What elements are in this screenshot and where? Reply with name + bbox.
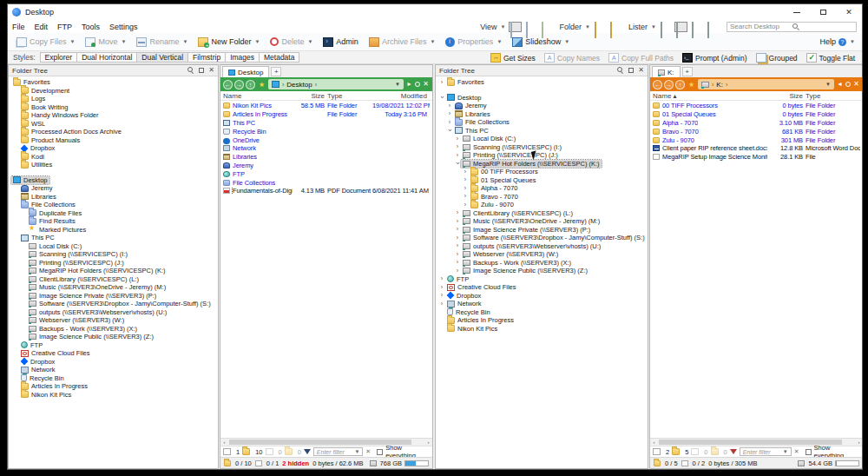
tree-item-this-pc[interactable]: This PC — [9, 234, 218, 242]
swap-panes-icon[interactable]: ▸ — [405, 80, 413, 89]
expand-icon[interactable]: › — [454, 218, 461, 225]
prompt-admin--button[interactable]: Prompt (Admin) — [679, 53, 751, 63]
file-row[interactable]: FTP — [220, 169, 432, 178]
column-header-name[interactable]: Name — [223, 92, 293, 100]
tree-item-scanning-servicespc-i-[interactable]: ›Scanning (\\SERVICESPC) (I:) — [436, 143, 648, 152]
forward-icon[interactable]: → — [234, 80, 244, 89]
tree-item-file-collections[interactable]: File Collections — [9, 201, 218, 209]
tree-item-dropbox[interactable]: Dropbox — [9, 144, 218, 153]
filter-dropdown-icon[interactable]: ▼ — [783, 449, 788, 454]
tree-item-development[interactable]: Development — [9, 87, 218, 96]
tree-item-articles-in-progress[interactable]: Articles In Progress — [436, 316, 648, 325]
tree-item-printing-servicespc-j-[interactable]: ›Printing (\\SERVICESPC) (J:) — [436, 151, 648, 160]
lister-vertical-icon[interactable] — [674, 22, 687, 32]
scroll-left-icon[interactable]: ‹ — [650, 439, 658, 446]
lister-menu[interactable]: Lister — [628, 23, 648, 31]
tree-find-icon[interactable] — [187, 67, 194, 74]
tree-item-favorites[interactable]: ›Favorites — [436, 78, 648, 87]
tree-item-local-disk-c-[interactable]: ›Local Disk (C:) — [436, 135, 648, 143]
chevron-down-icon[interactable]: ▼ — [182, 39, 187, 44]
tree-item-image-science-private-server3-p-[interactable]: Image Science Private (\\SERVER3) (P:) — [9, 292, 218, 301]
help-icon[interactable]: ? — [838, 38, 846, 46]
favorites-star-icon[interactable]: ★ — [687, 81, 696, 89]
breadcrumb[interactable]: › Desktop › ▼ — [268, 79, 404, 89]
new-tab-button[interactable]: + — [682, 67, 693, 76]
tree-item-libraries[interactable]: Libraries — [9, 193, 218, 202]
tree-item-image-science-public-server3-z-[interactable]: Image Science Public (\\SERVER3) (Z:) — [9, 333, 218, 341]
maximize-button[interactable] — [810, 4, 836, 20]
file-row[interactable]: Libraries — [220, 153, 432, 162]
tree-item-image-science-public-server3-z-[interactable]: ›Image Science Public (\\SERVER3) (Z:) — [436, 267, 648, 275]
tree-item-backups-work-server3-x-[interactable]: ›Backups - Work (\\SERVER3) (X:) — [436, 259, 648, 268]
tree-item-nikon-kit-pics[interactable]: Nikon Kit Pics — [436, 325, 648, 334]
tree-item-clientlibrary-servicespc-l-[interactable]: ›ClientLibrary (\\SERVICESPC) (L:) — [436, 209, 648, 218]
column-header-size[interactable]: Size — [767, 92, 806, 100]
expand-icon[interactable]: › — [438, 284, 445, 291]
tree-item-favorites[interactable]: Favorites — [9, 78, 218, 87]
folder-pair-icon[interactable] — [608, 22, 621, 32]
expand-icon[interactable]: › — [454, 226, 461, 233]
tree-item-dropbox[interactable]: ›Dropbox — [436, 292, 648, 301]
style-tab-metadata[interactable]: Metadata — [259, 52, 299, 63]
view-details-icon[interactable] — [509, 22, 522, 32]
show-everything-checkbox[interactable] — [806, 449, 812, 455]
close-pane-icon[interactable]: ✕ — [422, 80, 430, 89]
tab-k-drive[interactable]: K: — [652, 66, 681, 77]
file-row[interactable]: This PC — [220, 119, 432, 128]
new-folder-button[interactable]: New Folder▼ — [193, 35, 265, 50]
expand-icon[interactable]: › — [454, 136, 461, 142]
filter-input[interactable]: Enter filter▼ — [313, 447, 363, 456]
up-icon[interactable]: ↑ — [246, 80, 255, 89]
expand-icon[interactable]: › — [454, 235, 461, 241]
tree-item-outputs-server3-webserver-vhosts-u-[interactable]: ›outputs (\\SERVER3\Webserver\vhosts) (U… — [436, 242, 648, 251]
new-tab-button[interactable]: + — [271, 67, 281, 76]
up-icon[interactable]: ↑ — [675, 80, 685, 89]
path-dropdown-icon[interactable]: ▼ — [395, 82, 400, 87]
swap-panes-icon[interactable]: ◂ — [836, 80, 844, 89]
get-sizes-button[interactable]: Get Sizes — [487, 53, 539, 63]
help-menu[interactable]: Help — [820, 37, 837, 46]
filter-funnel-icon[interactable] — [304, 449, 311, 454]
favorites-star-icon[interactable]: ★ — [257, 81, 266, 89]
expand-icon[interactable]: › — [454, 152, 461, 159]
file-row[interactable]: Client paper RIP reference sheet.docx12.… — [650, 144, 862, 153]
chevron-down-icon[interactable]: ▼ — [254, 39, 260, 44]
expand-icon[interactable]: › — [446, 102, 453, 109]
rename-button[interactable]: Rename▼ — [131, 35, 193, 50]
lister-horizontal-icon[interactable] — [659, 22, 672, 32]
tree-item-duplicate-files[interactable]: Duplicate Files — [9, 209, 218, 218]
expand-icon[interactable]: › — [462, 202, 469, 208]
style-tab-filmstrip[interactable]: Filmstrip — [187, 52, 226, 63]
file-row[interactable]: OneDrive — [220, 136, 432, 144]
tree-item-01-special-queues[interactable]: ›01 Special Queues — [436, 176, 648, 185]
chevron-down-icon[interactable]: ▼ — [307, 39, 312, 44]
search-input[interactable]: Search Desktop — [727, 22, 857, 32]
tree-item-marked-pictures[interactable]: Marked Pictures — [9, 226, 218, 235]
expand-icon[interactable]: › — [454, 143, 461, 150]
style-tab-dual-horizontal[interactable]: Dual Horizontal — [76, 52, 137, 63]
file-row[interactable]: File Collections — [220, 178, 432, 187]
tree-item-bravo-7070[interactable]: ›Bravo - 7070 — [436, 193, 648, 202]
file-row[interactable]: Fundamentals-of-Digital.pdf4.13 MBPDF Do… — [220, 187, 432, 195]
tab-desktop[interactable]: Desktop — [222, 66, 269, 77]
file-row[interactable]: Zulu - 9070301 MBFile Folder — [650, 136, 862, 144]
menu-settings[interactable]: Settings — [109, 23, 138, 31]
tree-item-printing-servicespc-j-[interactable]: Printing (\\SERVICESPC) (J:) — [9, 259, 218, 268]
expand-icon[interactable]: › — [462, 193, 469, 200]
forward-icon[interactable]: → — [664, 80, 674, 89]
expand-icon[interactable]: › — [454, 251, 461, 258]
tree-item-dropbox[interactable]: Dropbox — [9, 358, 218, 367]
column-header-type[interactable]: Type — [327, 92, 372, 100]
tree-item-wsl[interactable]: WSL — [9, 120, 218, 129]
tree-item-processed-action-docs-archive[interactable]: Processed Action Docs Archive — [9, 128, 218, 136]
file-row[interactable]: 00 TIFF Processors0 bytesFile Folder — [650, 102, 862, 110]
tree-item-zulu-9070[interactable]: ›Zulu - 9070 — [436, 201, 648, 209]
view-list-icon[interactable] — [524, 22, 537, 32]
tree-item-music-server3-onedrive-jeremy-m-[interactable]: ›Music (\\SERVER3\OneDrive - Jeremy) (M:… — [436, 217, 648, 226]
tree-item-network[interactable]: Network — [9, 366, 218, 374]
tree-item-creative-cloud-files[interactable]: ›Creative Cloud Files — [436, 283, 648, 292]
expand-icon[interactable]: › — [438, 292, 445, 299]
menu-tools[interactable]: Tools — [82, 23, 100, 31]
tree-item-product-manuals[interactable]: Product Manuals — [9, 136, 218, 145]
tree-find-icon[interactable] — [617, 67, 624, 74]
